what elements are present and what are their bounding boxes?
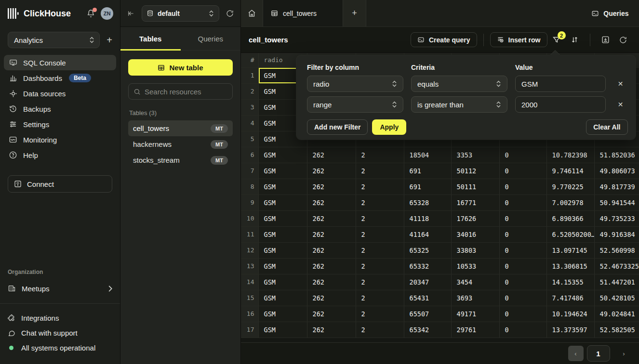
table-cell[interactable]: 65332 [404, 258, 451, 274]
reload-icon[interactable] [619, 36, 627, 44]
table-cell[interactable]: 51.852036 [594, 147, 639, 163]
table-cell[interactable]: 33803 [451, 242, 499, 258]
filter-column-select[interactable]: radio [307, 76, 403, 92]
table-cell[interactable]: 18504 [404, 147, 451, 163]
table-cell[interactable]: 49.024841 [594, 306, 639, 322]
sidebar-item-meetups[interactable]: Meetups [0, 281, 120, 296]
sidebar-item-sql-console[interactable]: SQL Console [4, 55, 116, 70]
table-cell[interactable]: 29761 [451, 322, 499, 338]
collapse-panel-icon[interactable] [127, 10, 135, 17]
remove-filter-icon[interactable]: ✕ [613, 101, 627, 108]
table-cell[interactable]: 262 [307, 210, 356, 226]
queries-button[interactable]: Queries [591, 10, 628, 17]
table-cell[interactable]: 0 [499, 306, 546, 322]
add-filter-button[interactable]: Add new Filter [307, 119, 368, 135]
table-cell[interactable]: 13.097145 [546, 242, 594, 258]
sidebar-item-backups[interactable]: Backups [4, 101, 116, 117]
tab-tables[interactable]: Tables [120, 27, 181, 50]
table-cell[interactable]: 65342 [404, 322, 451, 338]
table-cell[interactable]: 691 [404, 163, 451, 179]
table-cell[interactable]: 0 [499, 195, 546, 210]
refresh-icon[interactable] [226, 10, 234, 17]
table-cell[interactable]: GSM [258, 179, 307, 195]
table-cell[interactable]: 49.806073 [594, 163, 639, 179]
table-cell[interactable]: 0 [499, 274, 546, 290]
table-cell[interactable]: 6.52050200… [546, 226, 594, 242]
system-status[interactable]: All systems operational [0, 340, 120, 355]
table-cell[interactable]: 0 [499, 163, 546, 179]
insert-row-button[interactable]: Insert row [490, 32, 547, 47]
table-cell[interactable]: 2 [356, 210, 404, 226]
table-cell[interactable]: 262 [307, 179, 356, 195]
table-cell[interactable]: 50.428105 [594, 290, 639, 306]
notifications-bell-icon[interactable] [87, 9, 95, 18]
table-cell[interactable]: 13.306815 [546, 258, 594, 274]
table-cell[interactable]: 262 [307, 322, 356, 338]
table-cell[interactable]: 50.941544 [594, 195, 639, 210]
table-cell[interactable]: 0 [499, 147, 546, 163]
table-cell[interactable]: 262 [307, 274, 356, 290]
table-cell[interactable]: GSM [258, 147, 307, 163]
table-cell[interactable]: 2 [356, 242, 404, 258]
integrations-link[interactable]: Integrations [0, 311, 120, 325]
table-cell[interactable]: 41164 [404, 226, 451, 242]
table-cell[interactable]: GSM [258, 210, 307, 226]
table-cell[interactable]: 2 [356, 147, 404, 163]
table-cell[interactable]: 2 [356, 195, 404, 210]
table-cell[interactable]: GSM [258, 274, 307, 290]
table-cell[interactable]: 20347 [404, 274, 451, 290]
table-cell[interactable]: 34016 [451, 226, 499, 242]
clear-all-button[interactable]: Clear All [586, 119, 627, 135]
table-cell[interactable]: 2 [356, 179, 404, 195]
table-cell[interactable]: 50112 [451, 163, 499, 179]
table-cell[interactable]: 2 [356, 306, 404, 322]
table-cell[interactable]: 9.770225 [546, 179, 594, 195]
filter-criteria-select[interactable]: is greater than [411, 96, 507, 113]
open-tab-cell-towers[interactable]: cell_towers [263, 0, 343, 26]
table-cell[interactable]: 262 [307, 147, 356, 163]
table-cell[interactable]: 65325 [404, 242, 451, 258]
table-cell[interactable]: 0 [499, 322, 546, 338]
table-cell[interactable]: 49.916384 [594, 226, 639, 242]
table-cell[interactable]: 691 [404, 179, 451, 195]
table-cell[interactable]: 262 [307, 290, 356, 306]
table-cell[interactable]: 52.4673325 [594, 258, 639, 274]
table-cell[interactable]: GSM [258, 322, 307, 338]
table-cell[interactable]: 49.817739 [594, 179, 639, 195]
table-cell[interactable]: 52.560998 [594, 242, 639, 258]
next-page-button[interactable]: › [616, 346, 632, 361]
database-select[interactable]: default [142, 5, 219, 22]
apply-button[interactable]: Apply [372, 119, 406, 135]
table-cell[interactable]: 262 [307, 306, 356, 322]
sidebar-item-help[interactable]: Help [4, 147, 116, 163]
table-cell[interactable]: 16771 [451, 195, 499, 210]
remove-filter-icon[interactable]: ✕ [613, 80, 627, 88]
table-cell[interactable]: 7.417486 [546, 290, 594, 306]
table-cell[interactable]: GSM [258, 163, 307, 179]
table-list-item-stocks-stream[interactable]: stocks_stream MT [128, 152, 233, 168]
table-cell[interactable]: 2 [356, 163, 404, 179]
table-cell[interactable]: 2 [356, 274, 404, 290]
table-cell[interactable]: 17626 [451, 210, 499, 226]
table-cell[interactable]: 2 [356, 226, 404, 242]
table-cell[interactable]: 13.373597 [546, 322, 594, 338]
table-cell[interactable]: 52.582505 [594, 322, 639, 338]
table-cell[interactable]: GSM [258, 290, 307, 306]
table-cell[interactable]: GSM [258, 258, 307, 274]
table-cell[interactable]: 6.890366 [546, 210, 594, 226]
table-cell[interactable]: 3454 [451, 274, 499, 290]
table-cell[interactable]: 0 [499, 226, 546, 242]
table-cell[interactable]: 2 [356, 258, 404, 274]
table-cell[interactable]: 0 [499, 210, 546, 226]
connect-button[interactable]: Connect [8, 175, 112, 193]
table-cell[interactable]: 262 [307, 242, 356, 258]
table-cell[interactable]: 41118 [404, 210, 451, 226]
table-cell[interactable]: 3353 [451, 147, 499, 163]
home-button[interactable] [241, 0, 263, 26]
table-cell[interactable]: 9.746114 [546, 163, 594, 179]
filter-icon[interactable]: 2 [552, 36, 561, 44]
table-cell[interactable]: 10533 [451, 258, 499, 274]
table-cell[interactable]: 10.782398 [546, 147, 594, 163]
table-cell[interactable]: 262 [307, 195, 356, 210]
table-cell[interactable]: 2 [356, 290, 404, 306]
